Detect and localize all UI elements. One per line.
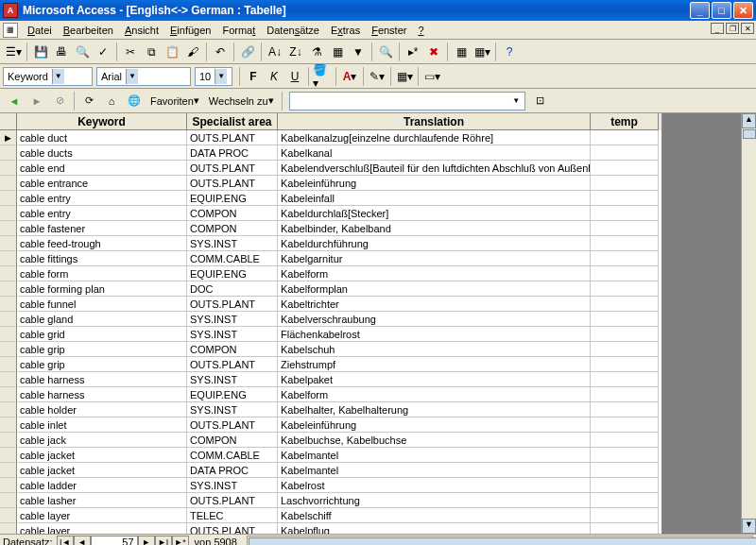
table-row[interactable]: cable ductsDATA PROCKabelkanal [0,145,662,161]
cell-temp[interactable] [591,327,659,342]
cell-temp[interactable] [591,312,659,327]
cell-translation[interactable]: Kabelendverschluß[Bauteil für den luftdi… [278,161,591,176]
prev-record-button[interactable]: ◄ [74,536,91,546]
favorites-dropdown[interactable]: Favoriten ▾ [146,91,204,111]
address-combo[interactable]: ▼ [289,92,525,111]
cell-temp[interactable] [591,508,659,523]
cell-keyword[interactable]: cable funnel [17,297,187,312]
cell-specialist[interactable]: COMM.CABLE [187,448,278,463]
table-row[interactable]: cable entryEQUIP.ENGKabeleinfall [0,191,662,206]
row-selector[interactable] [0,523,17,534]
cell-keyword[interactable]: cable harness [17,372,187,387]
font-color-button[interactable]: A▾ [339,66,360,87]
table-row[interactable]: cable harnessEQUIP.ENGKabelform [0,387,662,402]
cell-keyword[interactable]: cable holder [17,402,187,417]
column-header-keyword[interactable]: Keyword [17,113,187,130]
apply-filter-button[interactable]: ▼ [348,42,369,62]
row-selector[interactable] [0,508,17,523]
row-selector[interactable] [0,448,17,463]
window-minimize-button[interactable]: _ [690,2,710,19]
cell-temp[interactable] [591,206,659,221]
cell-temp[interactable] [591,176,659,191]
object-combo[interactable]: Keyword▼ [3,67,93,86]
cell-temp[interactable] [591,493,659,508]
cell-specialist[interactable]: SYS.INST [187,327,278,342]
cell-keyword[interactable]: cable entry [17,206,187,221]
cell-keyword[interactable]: cable layer [17,523,187,534]
column-header-temp[interactable]: temp [591,113,659,130]
table-row[interactable]: cable lasherOUTS.PLANTLaschvorrichtung [0,493,662,508]
row-selector[interactable] [0,191,17,206]
first-record-button[interactable]: I◄ [57,536,74,546]
menu-format[interactable]: Format [216,23,261,38]
cell-keyword[interactable]: cable grid [17,327,187,342]
row-selector[interactable] [0,342,17,357]
column-header-specialist[interactable]: Specialist area [187,113,278,130]
cell-keyword[interactable]: cable jacket [17,448,187,463]
cell-specialist[interactable]: DOC [187,281,278,297]
cell-specialist[interactable]: TELEC [187,508,278,523]
cell-specialist[interactable]: DATA PROC [187,145,278,161]
cell-keyword[interactable]: cable duct [17,130,187,145]
table-row[interactable]: cable gripOUTS.PLANTZiehstrumpf [0,357,662,372]
mdi-minimize-button[interactable]: _ [711,23,724,34]
cell-translation[interactable]: Kabelformplan [278,281,591,297]
table-row[interactable]: cable feed-troughSYS.INSTKabeldurchführu… [0,236,662,251]
cell-specialist[interactable]: EQUIP.ENG [187,266,278,281]
cell-temp[interactable] [591,372,659,387]
filter-selection-button[interactable]: ⚗ [306,42,327,62]
cell-translation[interactable]: Kabeleinfall [278,191,591,206]
table-row[interactable]: cable inletOUTS.PLANTKabeleinführung [0,417,662,433]
nav-refresh-button[interactable]: ⟳ [77,91,100,111]
hyperlink-button[interactable]: 🔗 [237,42,258,62]
menu-ansicht[interactable]: Ansicht [119,23,164,38]
row-selector[interactable] [0,372,17,387]
row-selector[interactable] [0,266,17,281]
cell-translation[interactable]: Kabelmantel [278,448,591,463]
cell-specialist[interactable]: OUTS.PLANT [187,417,278,433]
cell-specialist[interactable]: SYS.INST [187,312,278,327]
sort-asc-button[interactable]: A↓ [265,42,285,62]
table-row[interactable]: cable layerOUTS.PLANTKabelpflug [0,523,662,534]
row-selector[interactable] [0,433,17,448]
cell-specialist[interactable]: OUTS.PLANT [187,297,278,312]
find-button[interactable]: 🔍 [375,42,396,62]
cell-specialist[interactable]: OUTS.PLANT [187,357,278,372]
cell-temp[interactable] [591,221,659,236]
row-selector[interactable]: ▶ [0,130,17,145]
cell-specialist[interactable]: DATA PROC [187,463,278,478]
cell-keyword[interactable]: cable form [17,266,187,281]
row-selector[interactable] [0,176,17,191]
cell-keyword[interactable]: cable entrance [17,176,187,191]
cell-translation[interactable]: Kabelpaket [278,372,591,387]
mdi-restore-button[interactable]: ❐ [726,23,739,34]
column-header-translation[interactable]: Translation [278,113,591,130]
print-button[interactable]: 🖶 [51,42,72,62]
cell-temp[interactable] [591,236,659,251]
cell-keyword[interactable]: cable layer [17,508,187,523]
cell-translation[interactable]: Kabelschiff [278,508,591,523]
line-color-button[interactable]: ✎▾ [367,66,387,87]
menu-einfuegen[interactable]: Einfügen [164,23,216,38]
cell-translation[interactable]: Kabelmantel [278,463,591,478]
cell-translation[interactable]: Kabelrost [278,478,591,493]
row-selector[interactable] [0,236,17,251]
cell-translation[interactable]: Flächenkabelrost [278,327,591,342]
cell-specialist[interactable]: EQUIP.ENG [187,191,278,206]
nav-stop-button[interactable]: ⊘ [48,91,71,111]
cell-temp[interactable] [591,145,659,161]
cut-button[interactable]: ✂ [120,42,141,62]
cell-translation[interactable]: Kabelbuchse, Kabelbuchse [278,433,591,448]
table-row[interactable]: cable endOUTS.PLANTKabelendverschluß[Bau… [0,161,662,176]
cell-translation[interactable]: Kabelform [278,387,591,402]
table-row[interactable]: cable forming planDOCKabelformplan [0,281,662,297]
menu-help[interactable]: ? [412,23,429,38]
cell-temp[interactable] [591,130,659,145]
cell-keyword[interactable]: cable lasher [17,493,187,508]
horizontal-scrollbar[interactable] [247,536,753,545]
nav-forward-button[interactable]: ► [26,91,48,111]
mdi-document-icon[interactable]: ▦ [3,23,18,38]
cell-keyword[interactable]: cable jack [17,433,187,448]
row-selector[interactable] [0,206,17,221]
table-row[interactable]: ▶cable ductOUTS.PLANTKabelkanalzug[einze… [0,130,662,145]
